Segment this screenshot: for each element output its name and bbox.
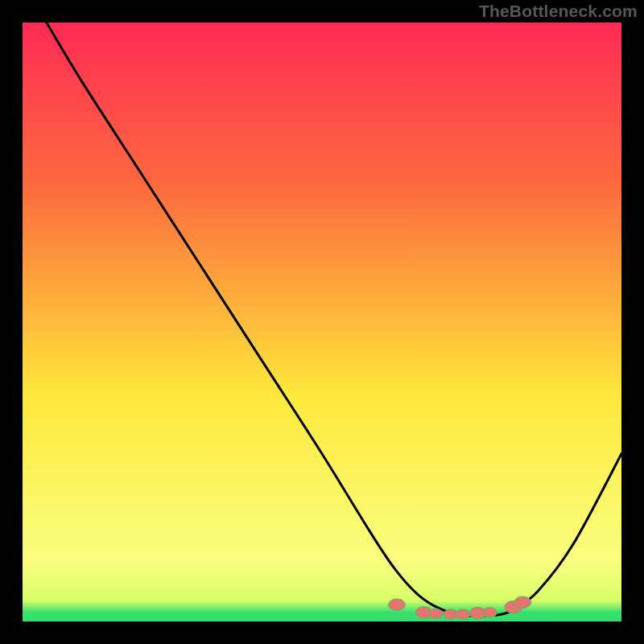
marker-dot xyxy=(456,609,470,619)
chart-svg xyxy=(23,23,621,621)
marker-dot xyxy=(389,599,406,611)
plot-area xyxy=(23,23,621,621)
marker-dot xyxy=(514,597,531,609)
chart-frame: TheBottleneck.com xyxy=(0,0,644,644)
marker-dot xyxy=(482,608,497,617)
marker-dot xyxy=(428,609,443,618)
gradient-background xyxy=(23,23,621,621)
watermark-text: TheBottleneck.com xyxy=(479,2,638,21)
